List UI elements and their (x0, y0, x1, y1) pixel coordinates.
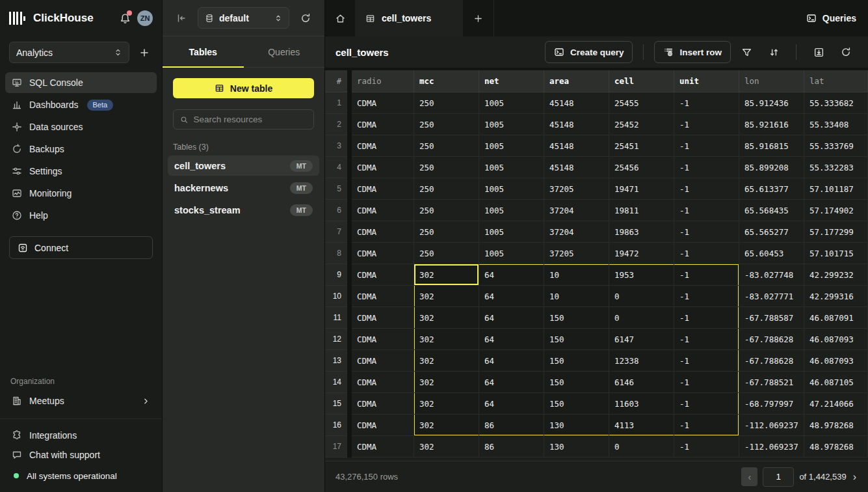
table-cell[interactable]: 85.921616 (739, 114, 804, 135)
sort-button[interactable] (762, 41, 785, 63)
table-cell[interactable]: 55.333769 (804, 135, 868, 157)
table-cell[interactable]: -1 (674, 178, 739, 200)
table-cell[interactable]: 57.174902 (804, 200, 868, 221)
table-cell[interactable]: 0 (609, 307, 674, 329)
row-number[interactable]: 10 (325, 286, 347, 307)
table-cell[interactable]: 1005 (479, 200, 544, 221)
table-cell[interactable]: -67.788628 (739, 329, 804, 350)
table-cell[interactable]: CDMA (352, 436, 414, 458)
sidebar-item-monitoring[interactable]: Monitoring (5, 183, 157, 204)
table-cell[interactable]: 64 (479, 264, 544, 286)
table-cell[interactable]: 0 (609, 436, 674, 458)
table-cell[interactable]: 10 (544, 264, 609, 286)
table-cell[interactable]: 302 (414, 307, 479, 329)
row-number[interactable]: 12 (325, 329, 347, 350)
table-cell[interactable]: CDMA (352, 221, 414, 243)
table-cell[interactable]: 11603 (609, 393, 674, 415)
table-cell[interactable]: 1005 (479, 243, 544, 264)
table-cell[interactable]: CDMA (352, 415, 414, 436)
table-cell[interactable]: 25456 (609, 157, 674, 178)
table-cell[interactable]: 37204 (544, 200, 609, 221)
table-cell[interactable]: 64 (479, 393, 544, 415)
column-header-mcc[interactable]: mcc (414, 70, 479, 92)
row-number[interactable]: 11 (325, 307, 347, 329)
row-number[interactable]: 9 (325, 264, 347, 286)
row-number[interactable]: 5 (325, 178, 347, 200)
table-cell[interactable]: 302 (414, 329, 479, 350)
table-cell[interactable]: CDMA (352, 307, 414, 329)
row-number[interactable]: 6 (325, 200, 347, 221)
table-cell[interactable]: 47.214066 (804, 393, 868, 415)
table-cell[interactable]: -112.069237 (739, 415, 804, 436)
table-cell[interactable]: 65.565277 (739, 221, 804, 243)
table-cell[interactable]: 302 (414, 415, 479, 436)
row-number[interactable]: 17 (325, 436, 347, 458)
column-header-radio[interactable]: radio (352, 70, 414, 92)
table-cell[interactable]: 64 (479, 372, 544, 393)
prev-page-button[interactable]: ‹ (741, 467, 757, 486)
table-cell[interactable]: 302 (414, 393, 479, 415)
table-cell[interactable]: 250 (414, 200, 479, 221)
table-cell[interactable]: 46.087093 (804, 350, 868, 372)
table-cell[interactable]: 250 (414, 221, 479, 243)
table-cell[interactable]: 250 (414, 114, 479, 135)
table-cell[interactable]: 302 (414, 436, 479, 458)
table-cell[interactable]: 64 (479, 329, 544, 350)
sidebar-item-meetups[interactable]: Meetups (5, 390, 157, 412)
table-cell[interactable]: 6147 (609, 329, 674, 350)
database-select[interactable]: default (198, 7, 289, 29)
table-cell[interactable]: 45148 (544, 92, 609, 114)
table-cell[interactable]: 85.912436 (739, 92, 804, 114)
row-number[interactable]: 13 (325, 350, 347, 372)
table-cell[interactable]: CDMA (352, 135, 414, 157)
add-service-button[interactable] (136, 44, 153, 61)
table-cell[interactable]: CDMA (352, 286, 414, 307)
table-cell[interactable]: 250 (414, 157, 479, 178)
table-cell[interactable]: CDMA (352, 393, 414, 415)
table-cell[interactable]: 45148 (544, 114, 609, 135)
table-cell[interactable]: -68.797997 (739, 393, 804, 415)
table-cell[interactable]: 19811 (609, 200, 674, 221)
table-cell[interactable]: 4113 (609, 415, 674, 436)
table-cell[interactable]: 37205 (544, 178, 609, 200)
row-number[interactable]: 14 (325, 372, 347, 393)
table-cell[interactable]: -67.788628 (739, 350, 804, 372)
avatar[interactable]: ZN (137, 10, 153, 26)
table-cell[interactable]: 10 (544, 286, 609, 307)
workspace-select[interactable]: Analytics (9, 42, 129, 63)
sidebar-item-integrations[interactable]: Integrations (5, 426, 157, 445)
table-cell[interactable]: 1005 (479, 114, 544, 135)
table-cell[interactable]: -1 (674, 221, 739, 243)
table-cell[interactable]: 25455 (609, 92, 674, 114)
table-cell[interactable]: 48.978268 (804, 415, 868, 436)
table-cell[interactable]: 250 (414, 178, 479, 200)
system-status[interactable]: All systems operational (5, 465, 157, 487)
column-header-net[interactable]: net (479, 70, 544, 92)
table-cell[interactable]: -1 (674, 157, 739, 178)
sidebar-item-sql-console[interactable]: SQL Console (5, 72, 157, 93)
table-cell[interactable]: 150 (544, 372, 609, 393)
table-cell[interactable]: CDMA (352, 264, 414, 286)
table-cell[interactable]: -1 (674, 372, 739, 393)
table-cell[interactable]: 6146 (609, 372, 674, 393)
table-cell[interactable]: -1 (674, 243, 739, 264)
table-cell[interactable]: 150 (544, 307, 609, 329)
queries-button[interactable]: Queries (795, 0, 868, 36)
table-cell[interactable]: 85.916815 (739, 135, 804, 157)
table-cell[interactable]: -83.027748 (739, 264, 804, 286)
sidebar-item-settings[interactable]: Settings (5, 161, 157, 182)
table-cell[interactable]: 64 (479, 286, 544, 307)
table-cell[interactable]: CDMA (352, 372, 414, 393)
table-cell[interactable]: -1 (674, 264, 739, 286)
table-cell[interactable]: 48.978268 (804, 436, 868, 458)
filter-button[interactable] (735, 41, 758, 63)
table-cell[interactable]: 46.087105 (804, 372, 868, 393)
table-cell[interactable]: 45148 (544, 135, 609, 157)
table-cell[interactable]: 45148 (544, 157, 609, 178)
table-cell[interactable]: 55.332283 (804, 157, 868, 178)
sidebar-item-chat-support[interactable]: Chat with support (5, 445, 157, 465)
row-number[interactable]: 7 (325, 221, 347, 243)
table-cell[interactable]: 0 (609, 286, 674, 307)
table-cell[interactable]: 1005 (479, 157, 544, 178)
table-cell[interactable]: 42.299232 (804, 264, 868, 286)
